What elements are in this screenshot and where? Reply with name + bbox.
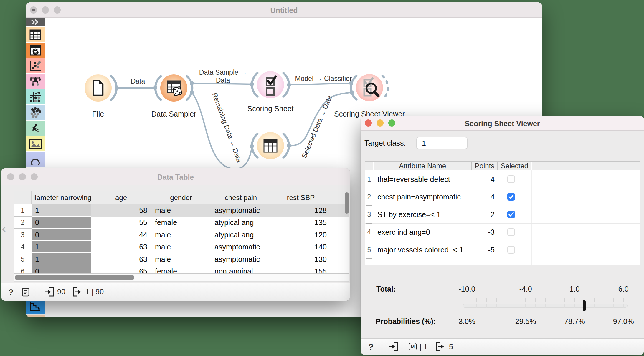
cell-attribute[interactable]: exerc ind ang=0 (374, 223, 472, 241)
column-header-points[interactable]: Points (472, 162, 498, 170)
cell-gender[interactable]: female (151, 217, 211, 229)
sidebar-category-model[interactable] (26, 74, 45, 89)
data-table-grid[interactable]: liameter narrowingagegenderchest painres… (14, 191, 349, 274)
attributes-table[interactable]: Attribute NamePointsSelected1thal=revers… (365, 161, 640, 265)
vertical-scrollbar-thumb[interactable] (345, 192, 349, 214)
sidebar-expand-button[interactable] (26, 18, 45, 26)
cell-chest_pain[interactable]: non-anginal (211, 265, 271, 274)
cell-class[interactable]: 1 (32, 241, 91, 253)
cell-age[interactable]: 63 (91, 241, 151, 253)
node-scoring-sheet[interactable] (257, 71, 284, 98)
dropdown-stepper[interactable] (457, 139, 466, 147)
column-header-rownum[interactable] (365, 162, 373, 170)
cell-attribute[interactable]: ST by exercise=< 1 (374, 206, 472, 223)
target-class-dropdown[interactable]: 1 (416, 137, 468, 149)
cell-attribute[interactable]: chest pain=asymptomatic (374, 188, 472, 206)
output-count: 5 (449, 342, 453, 351)
cell-n[interactable]: 2 (14, 217, 32, 229)
horizontal-scrollbar[interactable] (14, 274, 349, 282)
cell-gender[interactable]: female (151, 265, 211, 274)
sidebar-category-prototypes[interactable] (26, 121, 45, 136)
cell-attribute[interactable]: thal=reversable defect (374, 170, 472, 188)
node-scoring-sheet-viewer[interactable] (356, 74, 383, 101)
total-section: Total: Probabilities (%): -10.0-4.01.06.… (361, 265, 644, 339)
cell-class[interactable]: 0 (32, 229, 91, 241)
scoring-sheet-viewer-icon (356, 74, 383, 101)
sidebar-category-text-mining[interactable] (26, 152, 45, 167)
cell-points[interactable]: -3 (472, 223, 498, 241)
sidebar-category-image-analytics[interactable] (26, 136, 45, 151)
checkbox-checked[interactable] (507, 193, 515, 201)
column-header-n[interactable] (14, 191, 32, 204)
cell-rest_sbp[interactable]: 135 (271, 217, 331, 229)
cell-n[interactable]: 5 (14, 253, 32, 265)
cell-chest_pain[interactable]: atypical ang (211, 229, 271, 241)
cell-gender[interactable]: male (151, 241, 211, 253)
cell-gender[interactable]: male (151, 253, 211, 265)
checkbox-checked[interactable] (507, 211, 515, 218)
miner-icon (29, 123, 42, 134)
column-header-chest_pain[interactable]: chest pain (211, 191, 271, 204)
probability-value: 97.0% (613, 317, 634, 326)
sidebar-category-survival[interactable] (26, 299, 45, 314)
cell-chest_pain[interactable]: atypical ang (211, 217, 271, 229)
cell-n[interactable]: 3 (14, 229, 32, 241)
horizontal-scrollbar-thumb[interactable] (15, 275, 134, 280)
sidebar-category-visualize[interactable] (26, 58, 45, 73)
column-header-selected[interactable]: Selected (498, 162, 531, 170)
checkbox-unchecked[interactable] (507, 228, 515, 236)
cell-chest_pain[interactable]: asymptomatic (211, 253, 271, 265)
sidebar-tile-partial (26, 315, 45, 317)
cell-n[interactable]: 6 (14, 265, 32, 274)
cell-class[interactable]: 0 (32, 217, 91, 229)
cell-gender[interactable]: male (151, 204, 211, 217)
cell-chest_pain[interactable]: asymptomatic (211, 204, 271, 217)
cell-n[interactable]: 1 (14, 204, 32, 217)
cell-n[interactable]: 4 (14, 241, 32, 253)
cell-points[interactable]: 4 (472, 188, 498, 206)
column-header-age[interactable]: age (91, 191, 151, 204)
evaluate-icon (29, 91, 42, 103)
column-header-rest_sbp[interactable]: rest SBP (271, 191, 331, 204)
cell-gender[interactable]: male (151, 229, 211, 241)
sidebar-category-unsupervised[interactable] (26, 105, 45, 120)
viewer-statusbar: ? M | 1 5 (361, 338, 644, 355)
probability-value: 78.7% (564, 317, 585, 326)
sidebar-category-transform[interactable] (26, 43, 45, 58)
cell-rest_sbp[interactable]: 128 (271, 204, 331, 217)
cell-age[interactable]: 55 (91, 217, 151, 229)
cell-points[interactable]: -5 (472, 241, 498, 259)
cell-points[interactable]: -2 (472, 206, 498, 223)
cell-rest_sbp[interactable]: 130 (271, 253, 331, 265)
column-header-attribute[interactable]: Attribute Name (374, 162, 472, 170)
sidebar-category-evaluate[interactable] (26, 89, 45, 104)
cell-class[interactable]: 1 (32, 204, 91, 217)
node-data-sampler[interactable] (160, 74, 187, 102)
help-button[interactable]: ? (368, 342, 374, 352)
scatter-plot-icon (29, 60, 41, 71)
checkbox-unchecked[interactable] (507, 246, 515, 254)
column-header-gender[interactable]: gender (151, 191, 211, 204)
cell-rest_sbp[interactable]: 140 (271, 241, 331, 253)
cell-points[interactable]: 4 (472, 170, 498, 188)
node-file[interactable] (85, 74, 112, 102)
report-button[interactable] (22, 288, 29, 297)
cell-class[interactable]: 0 (32, 265, 91, 274)
check-icon (508, 194, 514, 199)
cell-rest_sbp[interactable]: 155 (271, 265, 331, 274)
cell-class[interactable]: 1 (32, 253, 91, 265)
cell-age[interactable]: 63 (91, 253, 151, 265)
sidebar-collapse-chevron[interactable]: ‹ (2, 221, 6, 235)
column-header-class[interactable]: liameter narrowing (32, 191, 91, 204)
vertical-scrollbar[interactable] (344, 191, 349, 273)
checkbox-unchecked[interactable] (507, 175, 515, 183)
cell-age[interactable]: 58 (91, 204, 151, 217)
cell-age[interactable]: 44 (91, 229, 151, 241)
node-data-table[interactable] (257, 132, 284, 159)
cell-attribute[interactable]: major vessels colored=< 1 (374, 241, 472, 259)
help-button[interactable]: ? (8, 287, 14, 297)
sidebar-category-data[interactable] (26, 27, 45, 42)
cell-age[interactable]: 65 (91, 265, 151, 274)
cell-rest_sbp[interactable]: 120 (271, 229, 331, 241)
cell-chest_pain[interactable]: asymptomatic (211, 241, 271, 253)
